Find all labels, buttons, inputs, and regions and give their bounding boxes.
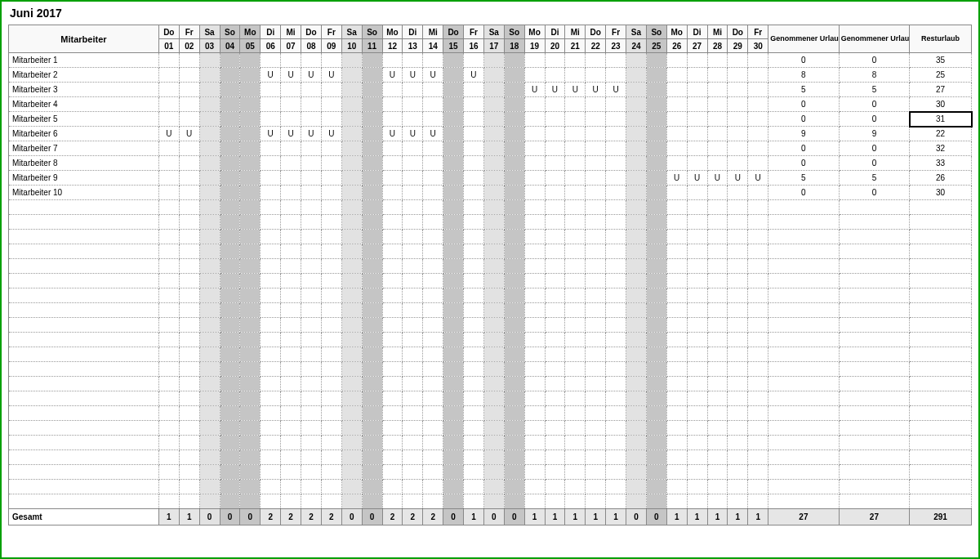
sum-month-cell[interactable]: 0 [768,53,840,68]
day-cell[interactable] [524,186,545,200]
employee-name[interactable] [9,480,159,494]
day-cell[interactable] [626,288,647,303]
day-cell[interactable] [443,112,464,127]
day-cell[interactable] [545,347,565,362]
day-cell[interactable] [443,391,464,406]
day-cell[interactable] [464,274,484,288]
day-cell[interactable] [423,362,443,377]
day-cell[interactable] [586,421,606,436]
sum-month-cell[interactable] [768,333,840,347]
day-cell[interactable] [626,230,647,244]
day-cell[interactable] [341,347,362,362]
day-cell[interactable] [261,347,281,362]
day-cell[interactable] [483,97,504,112]
table-row[interactable]: Mitarbeiter 40030 [9,97,972,112]
day-cell[interactable] [281,97,301,112]
day-cell[interactable] [545,259,565,274]
day-cell[interactable] [281,406,301,421]
day-cell[interactable] [707,244,728,259]
day-cell[interactable] [301,347,322,362]
day-cell[interactable] [443,186,464,200]
sum-year-cell[interactable] [839,450,910,465]
day-cell[interactable] [748,465,768,480]
rest-cell[interactable] [910,215,972,230]
day-cell[interactable] [707,362,728,377]
day-cell[interactable] [362,68,382,83]
day-cell[interactable] [423,436,443,450]
day-cell[interactable] [464,127,484,141]
day-cell[interactable] [403,200,423,215]
day-cell[interactable] [341,377,362,391]
day-cell[interactable] [281,156,301,171]
day-cell[interactable] [443,53,464,68]
day-cell[interactable] [626,68,647,83]
employee-name[interactable] [9,436,159,450]
day-cell[interactable] [464,480,484,494]
table-row[interactable] [9,288,972,303]
day-cell[interactable] [261,259,281,274]
day-cell[interactable] [179,333,199,347]
day-cell[interactable] [646,259,666,274]
day-cell[interactable] [341,97,362,112]
day-cell[interactable] [382,480,403,494]
table-row[interactable] [9,480,972,494]
day-cell[interactable] [301,494,322,509]
sum-year-cell[interactable] [839,230,910,244]
day-cell[interactable] [464,421,484,436]
table-row[interactable] [9,274,972,288]
sum-year-cell[interactable] [839,391,910,406]
sum-month-cell[interactable] [768,318,840,333]
sum-month-cell[interactable] [768,421,840,436]
day-cell[interactable] [301,83,322,97]
day-cell[interactable] [666,200,687,215]
day-cell[interactable] [362,112,382,127]
day-cell[interactable] [423,480,443,494]
day-cell[interactable] [362,318,382,333]
day-cell[interactable] [748,450,768,465]
day-cell[interactable] [443,318,464,333]
day-cell[interactable]: U [728,171,748,186]
day-cell[interactable] [321,53,341,68]
day-cell[interactable] [423,494,443,509]
day-cell[interactable] [382,230,403,244]
day-cell[interactable] [586,377,606,391]
day-cell[interactable] [403,421,423,436]
day-cell[interactable] [545,68,565,83]
day-cell[interactable] [545,318,565,333]
day-cell[interactable] [158,215,179,230]
day-cell[interactable] [748,127,768,141]
day-cell[interactable] [483,200,504,215]
table-row[interactable] [9,244,972,259]
day-cell[interactable] [403,494,423,509]
day-cell[interactable] [565,97,586,112]
day-cell[interactable] [504,127,524,141]
day-cell[interactable] [199,362,220,377]
day-cell[interactable] [606,274,626,288]
day-cell[interactable] [483,288,504,303]
sum-month-cell[interactable] [768,436,840,450]
day-cell[interactable] [586,347,606,362]
rest-cell[interactable] [910,391,972,406]
day-cell[interactable] [545,480,565,494]
day-cell[interactable] [199,303,220,318]
employee-name[interactable]: Mitarbeiter 6 [9,127,159,141]
day-cell[interactable] [281,494,301,509]
sum-month-cell[interactable] [768,347,840,362]
day-cell[interactable] [220,377,240,391]
day-cell[interactable] [707,480,728,494]
day-cell[interactable] [179,274,199,288]
day-cell[interactable]: U [423,127,443,141]
day-cell[interactable] [687,436,707,450]
day-cell[interactable] [606,406,626,421]
day-cell[interactable] [646,288,666,303]
day-cell[interactable] [586,215,606,230]
day-cell[interactable] [179,494,199,509]
day-cell[interactable] [728,318,748,333]
rest-cell[interactable]: 26 [910,171,972,186]
day-cell[interactable] [301,406,322,421]
table-row[interactable] [9,303,972,318]
day-cell[interactable] [341,200,362,215]
day-cell[interactable] [606,421,626,436]
day-cell[interactable] [707,465,728,480]
day-cell[interactable] [341,259,362,274]
